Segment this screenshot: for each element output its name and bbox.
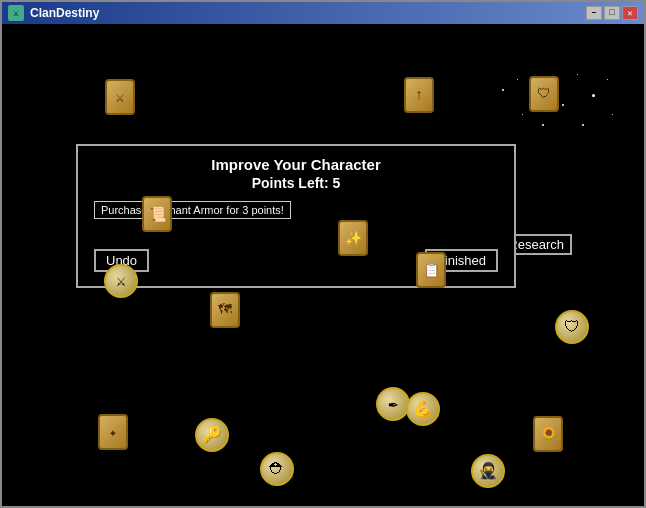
scroll-right-inner: 📋	[416, 252, 446, 288]
shield-circle-inner: 🛡	[555, 310, 589, 344]
star	[607, 79, 608, 80]
warrior-scroll-icon[interactable]: 🛡	[529, 76, 559, 112]
window-title: ClanDestiny	[30, 6, 99, 20]
title-buttons: – □ ✕	[586, 6, 638, 20]
star	[517, 79, 518, 80]
close-button[interactable]: ✕	[622, 6, 638, 20]
map-scroll-inner: 🗺	[210, 292, 240, 328]
scroll-right-icon[interactable]: 📋	[416, 252, 446, 288]
scroll-mid1-inner: 📜	[142, 196, 172, 232]
arm-circle-icon[interactable]: 💪	[406, 392, 440, 426]
star	[502, 89, 504, 91]
star	[612, 114, 613, 115]
arrow-scroll-inner: ↑	[404, 77, 434, 113]
sunflower-scroll-inner: 🌻	[533, 416, 563, 452]
enchant-icon-icon[interactable]: ✨	[338, 220, 368, 256]
map-scroll-icon[interactable]: 🗺	[210, 292, 240, 328]
window-frame: ⚔ ClanDestiny – □ ✕ Research Improve You…	[0, 0, 646, 508]
feather-circle-icon[interactable]: ✒	[376, 387, 410, 421]
warrior-scroll-inner: 🛡	[529, 76, 559, 112]
game-area: Research Improve Your Character Points L…	[2, 24, 644, 506]
helmet-circle-inner: ⛑	[260, 452, 294, 486]
shield-circle-icon[interactable]: 🛡	[555, 310, 589, 344]
sword-scroll-inner: ⚔	[105, 79, 135, 115]
star	[592, 94, 595, 97]
helmet-circle-icon[interactable]: ⛑	[260, 452, 294, 486]
arm-circle-inner: 💪	[406, 392, 440, 426]
tooltip-box: Purchase Enchant Armor for 3 points!	[94, 201, 291, 219]
circle-sword-inner: ⚔	[104, 264, 138, 298]
mask-circle-inner: 🥷	[471, 454, 505, 488]
star	[522, 114, 523, 115]
modal-subtitle: Points Left: 5	[94, 175, 498, 191]
star	[562, 104, 564, 106]
key-circle-inner: 🔑	[195, 418, 229, 452]
app-icon: ⚔	[8, 5, 24, 21]
star	[582, 124, 584, 126]
star	[577, 74, 578, 75]
mask-circle-icon[interactable]: 🥷	[471, 454, 505, 488]
arrow-scroll-icon[interactable]: ↑	[404, 77, 434, 113]
sunflower-scroll-icon[interactable]: 🌻	[533, 416, 563, 452]
scroll-mid1-icon[interactable]: 📜	[142, 196, 172, 232]
stars-scroll-icon[interactable]: ✦	[98, 414, 128, 450]
enchant-icon-inner: ✨	[338, 220, 368, 256]
title-bar-left: ⚔ ClanDestiny	[8, 5, 99, 21]
key-circle-icon[interactable]: 🔑	[195, 418, 229, 452]
modal-title: Improve Your Character	[94, 156, 498, 173]
feather-circle-inner: ✒	[376, 387, 410, 421]
circle-sword-icon[interactable]: ⚔	[104, 264, 138, 298]
title-bar: ⚔ ClanDestiny – □ ✕	[2, 2, 644, 24]
star	[542, 124, 544, 126]
minimize-button[interactable]: –	[586, 6, 602, 20]
sword-scroll-icon[interactable]: ⚔	[105, 79, 135, 115]
maximize-button[interactable]: □	[604, 6, 620, 20]
stars-scroll-inner: ✦	[98, 414, 128, 450]
